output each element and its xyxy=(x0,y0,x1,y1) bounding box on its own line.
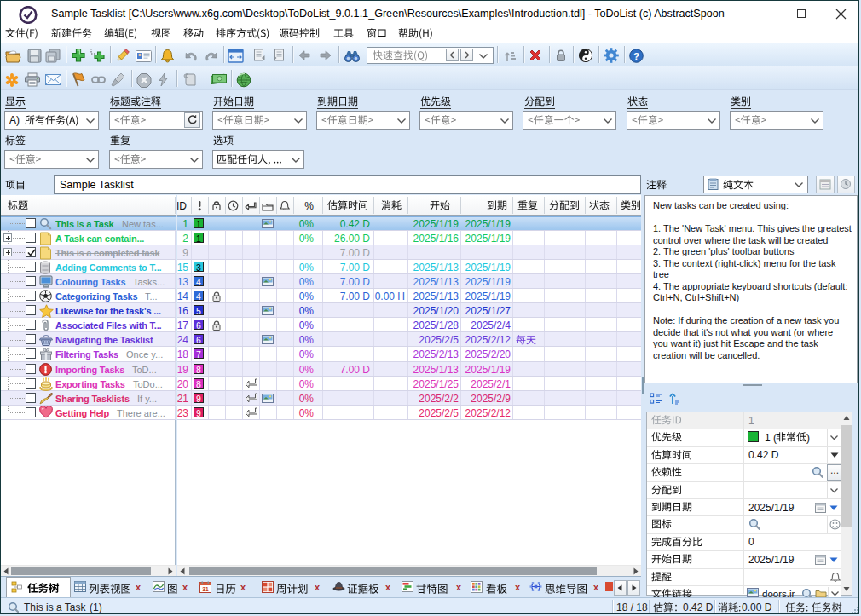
svg-text:?: ? xyxy=(633,51,639,61)
svg-text:31: 31 xyxy=(202,586,209,592)
